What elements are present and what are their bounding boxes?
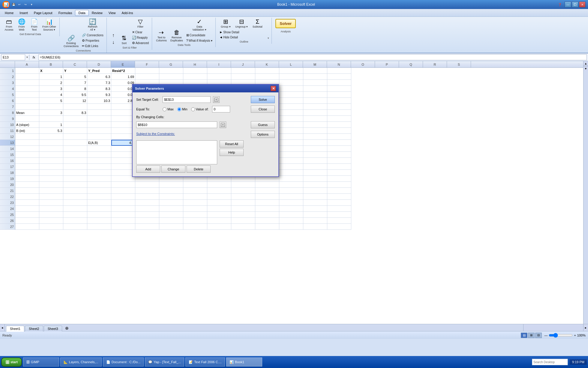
cell-d1[interactable]: Y_Pred xyxy=(87,68,111,74)
col-header-a[interactable]: A xyxy=(15,61,39,68)
cell-l26[interactable] xyxy=(279,218,303,224)
cell-c23[interactable] xyxy=(63,200,87,206)
col-header-i[interactable]: I xyxy=(207,61,231,68)
col-header-j[interactable]: J xyxy=(231,61,255,68)
cell-l21[interactable] xyxy=(279,188,303,194)
cell-b5[interactable]: 4 xyxy=(39,92,63,98)
cell-k25[interactable] xyxy=(255,212,279,218)
cell-k26[interactable] xyxy=(255,218,279,224)
menu-page-layout[interactable]: Page Layout xyxy=(31,10,56,16)
cell-c27[interactable] xyxy=(63,224,87,230)
cell-k1[interactable] xyxy=(255,68,279,74)
show-detail-button[interactable]: ► Show Detail xyxy=(218,30,265,34)
cell-m5[interactable] xyxy=(303,92,327,98)
cell-b3[interactable]: 2 xyxy=(39,80,63,86)
cell-c17[interactable] xyxy=(63,164,87,170)
cell-a27[interactable] xyxy=(15,224,39,230)
sheet-tab-sheet3[interactable]: Sheet3 xyxy=(44,326,62,331)
zoom-in-button[interactable]: + xyxy=(574,334,576,337)
min-radio[interactable] xyxy=(177,107,181,111)
cell-h22[interactable] xyxy=(183,194,207,200)
menu-data[interactable]: Data xyxy=(75,10,88,16)
cell-b10[interactable]: 1 xyxy=(39,122,63,128)
cell-e1[interactable]: Resid^2 xyxy=(111,68,135,74)
start-button[interactable]: ⊞ start xyxy=(1,358,22,367)
cell-a16[interactable] xyxy=(15,158,39,164)
cell-a12[interactable] xyxy=(15,134,39,140)
cell-d27[interactable] xyxy=(87,224,111,230)
from-access-button[interactable]: 🗃 FromAccess xyxy=(3,18,15,32)
close-button[interactable]: Close xyxy=(251,106,275,113)
cell-a23[interactable] xyxy=(15,200,39,206)
cell-f1[interactable] xyxy=(135,68,159,74)
scroll-right-arrow[interactable]: ► xyxy=(583,324,588,331)
cell-c3[interactable]: 7 xyxy=(63,80,87,86)
outline-expand-icon[interactable]: ▾ xyxy=(267,37,270,40)
edit-links-button[interactable]: ✏ Edit Links xyxy=(81,43,105,49)
row-header-13[interactable]: 13 xyxy=(0,140,15,146)
reapply-button[interactable]: 🔄 Reapply xyxy=(131,35,150,40)
cell-e17[interactable] xyxy=(111,164,135,170)
qa-dropdown[interactable]: ▾ xyxy=(29,2,34,7)
cell-i26[interactable] xyxy=(207,218,231,224)
cell-a13[interactable] xyxy=(15,140,39,146)
cell-a6[interactable] xyxy=(15,98,39,104)
col-header-k[interactable]: K xyxy=(255,61,279,68)
cell-e16[interactable] xyxy=(111,158,135,164)
cell-d13[interactable]: E(A,B) xyxy=(87,140,111,146)
cell-m7[interactable] xyxy=(303,104,327,110)
cell-d14[interactable] xyxy=(87,146,111,152)
cell-n13[interactable] xyxy=(327,140,351,146)
cell-d12[interactable] xyxy=(87,134,111,140)
taskbar-book1[interactable]: 📊 Book1 xyxy=(226,358,262,367)
cell-n12[interactable] xyxy=(327,134,351,140)
cell-l8[interactable] xyxy=(279,110,303,116)
cell-e13[interactable]: 4.8 xyxy=(111,140,135,146)
cell-d26[interactable] xyxy=(87,218,111,224)
target-cell-ref-button[interactable] xyxy=(213,96,220,103)
cell-d8[interactable] xyxy=(87,110,111,116)
menu-view[interactable]: View xyxy=(106,10,119,16)
cell-m1[interactable] xyxy=(303,68,327,74)
vertical-scrollbar[interactable]: ▲ ▼ xyxy=(583,61,588,324)
row-header-21[interactable]: 21 xyxy=(0,188,15,194)
cell-n1[interactable] xyxy=(327,68,351,74)
row-header-3[interactable]: 3 xyxy=(0,80,15,86)
cell-b8[interactable]: 3 xyxy=(39,110,63,116)
horizontal-scrollbar[interactable] xyxy=(523,324,583,331)
cell-k24[interactable] xyxy=(255,206,279,212)
data-validation-button[interactable]: ✓ DataValidation ▾ xyxy=(185,18,214,32)
group-button[interactable]: ⊞ Group ▾ xyxy=(218,18,233,29)
name-box-dropdown[interactable]: ▾ xyxy=(26,55,28,59)
menu-addins[interactable]: Add-Ins xyxy=(118,10,136,16)
min-option[interactable]: Min xyxy=(177,107,188,111)
cell-e21[interactable] xyxy=(111,188,135,194)
cell-g21[interactable] xyxy=(159,188,183,194)
cell-l7[interactable] xyxy=(279,104,303,110)
col-header-n[interactable]: N xyxy=(327,61,351,68)
cell-c6[interactable]: 12 xyxy=(63,98,87,104)
cell-j21[interactable] xyxy=(231,188,255,194)
cell-f22[interactable] xyxy=(135,194,159,200)
cell-m10[interactable] xyxy=(303,122,327,128)
cell-m26[interactable] xyxy=(303,218,327,224)
cell-m18[interactable] xyxy=(303,170,327,176)
row-header-18[interactable]: 18 xyxy=(0,170,15,176)
cell-h27[interactable] xyxy=(183,224,207,230)
sheet-tab-sheet1[interactable]: Sheet1 xyxy=(6,326,24,332)
col-header-h[interactable]: H xyxy=(183,61,207,68)
cell-j22[interactable] xyxy=(231,194,255,200)
cell-a3[interactable] xyxy=(15,80,39,86)
cell-e18[interactable] xyxy=(111,170,135,176)
row-header-8[interactable]: 8 xyxy=(0,110,15,116)
reset-all-button[interactable]: Reset All xyxy=(220,140,244,148)
col-header-d[interactable]: D xyxy=(87,61,111,68)
cell-e4[interactable]: 0.09 xyxy=(111,86,135,92)
cell-e12[interactable] xyxy=(111,134,135,140)
cell-h1[interactable] xyxy=(183,68,207,74)
cell-m20[interactable] xyxy=(303,182,327,188)
cell-a2[interactable] xyxy=(15,74,39,80)
cell-m27[interactable] xyxy=(303,224,327,230)
restore-button[interactable]: ⧠ xyxy=(572,1,578,7)
cell-e3[interactable]: 0.09 xyxy=(111,80,135,86)
